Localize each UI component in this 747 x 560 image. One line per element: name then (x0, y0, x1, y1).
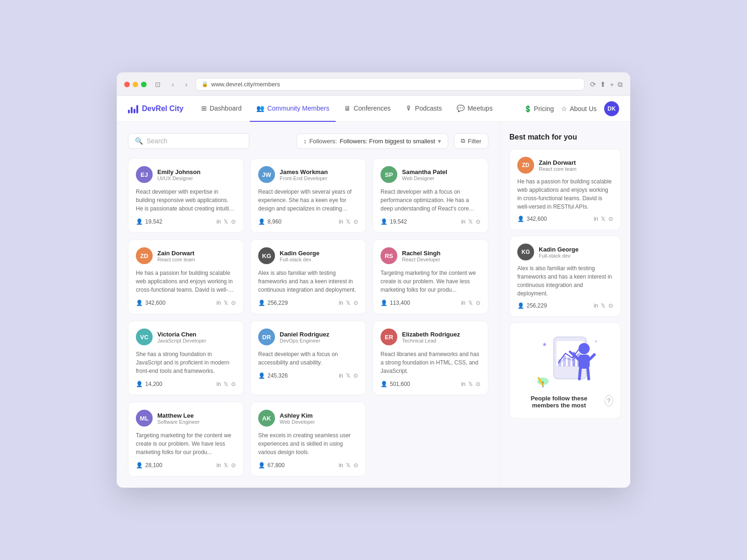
member-card[interactable]: RS Rachel Singh React Developer Targetin… (373, 239, 488, 314)
logo[interactable]: DevRel City (128, 104, 183, 113)
linkedin-icon[interactable]: in (339, 372, 343, 379)
linkedin-icon[interactable]: in (217, 381, 221, 387)
linkedin-icon[interactable]: in (217, 300, 221, 306)
github-icon[interactable]: ⊙ (608, 302, 613, 309)
bm-info: Zain Dorwart React core team (539, 159, 577, 172)
member-header: ML Matthew Lee Software Engineer (136, 410, 236, 427)
twitter-icon[interactable]: 𝕏 (468, 300, 473, 306)
minimize-button[interactable] (133, 82, 138, 87)
forward-button[interactable]: › (183, 80, 190, 89)
github-icon[interactable]: ⊙ (353, 218, 358, 225)
meetups-icon: 💬 (457, 105, 465, 112)
back-button[interactable]: ‹ (169, 80, 177, 89)
linkedin-icon[interactable]: in (339, 462, 343, 469)
sort-dropdown[interactable]: ↕ Followers: Followers: From biggest to … (296, 133, 448, 149)
linkedin-icon[interactable]: in (594, 302, 598, 309)
twitter-icon[interactable]: 𝕏 (346, 372, 351, 379)
github-icon[interactable]: ⊙ (231, 300, 236, 306)
linkedin-icon[interactable]: in (217, 462, 221, 469)
linkedin-icon[interactable]: in (594, 216, 598, 222)
github-icon[interactable]: ⊙ (476, 300, 480, 306)
github-icon[interactable]: ⊙ (476, 381, 480, 387)
github-icon[interactable]: ⊙ (231, 218, 236, 225)
twitter-icon[interactable]: 𝕏 (224, 218, 228, 225)
member-role: Full-stack dev (280, 257, 319, 262)
nav-item-conferences[interactable]: 🖥 Conferences (338, 96, 397, 122)
twitter-icon[interactable]: 𝕏 (601, 302, 606, 309)
twitter-icon[interactable]: 𝕏 (346, 218, 351, 225)
member-header: KG Kadin George Full-stack dev (258, 247, 358, 264)
bm-header: KG Kadin George Full-stack dev (517, 244, 613, 260)
member-card[interactable]: VC Victoria Chen JavaScript Developer Sh… (128, 321, 244, 395)
github-icon[interactable]: ⊙ (353, 372, 358, 379)
twitter-icon[interactable]: 𝕏 (601, 216, 606, 222)
nav-item-dashboard[interactable]: ⊞ Dashboard (195, 96, 248, 122)
address-bar[interactable]: 🔒 www.devrel.city/members (196, 78, 585, 91)
search-box[interactable]: 🔍 Search (128, 133, 249, 149)
linkedin-icon[interactable]: in (461, 300, 465, 306)
bm-followers: 👤 256,229 (517, 302, 547, 309)
member-card[interactable]: ZD Zain Dorwart React core team He has a… (128, 239, 244, 314)
member-card[interactable]: KG Kadin George Full-stack dev Alex is a… (250, 239, 366, 314)
browser-controls: ⊡ ‹ › 🔒 www.devrel.city/members ⟳ ⬆ + ⧉ (124, 78, 623, 91)
twitter-icon[interactable]: 𝕏 (346, 300, 351, 306)
about-nav-item[interactable]: ☆ About Us (561, 105, 597, 112)
linkedin-icon[interactable]: in (339, 218, 343, 225)
member-role: Front-End Developer (280, 175, 328, 181)
help-button[interactable]: ? (605, 395, 613, 406)
sidebar-toggle-button[interactable]: ⊡ (152, 80, 163, 89)
github-icon[interactable]: ⊙ (476, 218, 480, 225)
social-icons: in 𝕏 ⊙ (461, 381, 480, 387)
logo-text: DevRel City (142, 105, 183, 113)
nav-item-podcasts[interactable]: 🎙 Podcasts (399, 96, 449, 122)
member-header: VC Victoria Chen JavaScript Developer (136, 329, 236, 345)
member-avatar: AK (258, 410, 275, 427)
followers-icon: 👤 (381, 300, 388, 306)
github-icon[interactable]: ⊙ (231, 381, 236, 387)
github-icon[interactable]: ⊙ (608, 216, 613, 222)
linkedin-icon[interactable]: in (461, 218, 465, 225)
best-match-card[interactable]: KG Kadin George Full-stack dev Alex is a… (509, 236, 621, 317)
best-match-card[interactable]: ZD Zain Dorwart React core team He has a… (509, 149, 621, 230)
twitter-icon[interactable]: 𝕏 (224, 462, 228, 469)
filter-icon: ⧉ (461, 137, 465, 145)
twitter-icon[interactable]: 𝕏 (346, 462, 351, 469)
member-card[interactable]: SP Samantha Patel Web Designer React dev… (373, 158, 488, 233)
add-tab-icon[interactable]: + (610, 80, 614, 88)
nav-item-community[interactable]: 👥 Community Members (250, 96, 336, 122)
member-card[interactable]: EJ Emily Johnson UI/UX Designer React de… (128, 158, 244, 233)
member-card[interactable]: AK Ashley Kim Web Developer She excels i… (250, 402, 366, 476)
member-card[interactable]: DR Daniel Rodriguez DevOps Engineer Reac… (250, 321, 366, 395)
linkedin-icon[interactable]: in (217, 218, 221, 225)
filter-button[interactable]: ⧉ Filter (454, 133, 488, 149)
pricing-nav-item[interactable]: 💲 Pricing (524, 105, 554, 112)
svg-rect-3 (563, 356, 566, 366)
member-footer: 👤 19,542 in 𝕏 ⊙ (381, 218, 480, 225)
member-footer: 👤 19,542 in 𝕏 ⊙ (136, 218, 236, 225)
user-avatar[interactable]: DK (604, 101, 619, 116)
twitter-icon[interactable]: 𝕏 (468, 218, 473, 225)
social-icons: in 𝕏 ⊙ (339, 300, 358, 306)
linkedin-icon[interactable]: in (461, 381, 465, 387)
close-button[interactable] (124, 82, 130, 87)
history-icon[interactable]: ⟳ (590, 80, 596, 89)
twitter-icon[interactable]: 𝕏 (468, 381, 473, 387)
social-icons: in 𝕏 ⊙ (217, 300, 236, 306)
member-card[interactable]: JW James Workman Front-End Developer Rea… (250, 158, 366, 233)
tabs-icon[interactable]: ⧉ (618, 80, 623, 89)
nav-item-meetups[interactable]: 💬 Meetups (450, 96, 499, 122)
member-role: React Developer (402, 257, 440, 262)
sort-value: Followers: From biggest to smallest (340, 138, 435, 145)
github-icon[interactable]: ⊙ (353, 300, 358, 306)
share-icon[interactable]: ⬆ (600, 80, 606, 89)
member-card[interactable]: ML Matthew Lee Software Engineer Targeti… (128, 402, 244, 476)
twitter-icon[interactable]: 𝕏 (224, 300, 228, 306)
bm-role: React core team (539, 166, 577, 172)
member-card[interactable]: ER Elizabeth Rodriguez Technical Lead Re… (373, 321, 488, 395)
twitter-icon[interactable]: 𝕏 (224, 381, 228, 387)
linkedin-icon[interactable]: in (339, 300, 343, 306)
maximize-button[interactable] (141, 82, 147, 87)
github-icon[interactable]: ⊙ (231, 462, 236, 469)
member-followers: 👤 342,600 (136, 300, 165, 306)
github-icon[interactable]: ⊙ (353, 462, 358, 469)
